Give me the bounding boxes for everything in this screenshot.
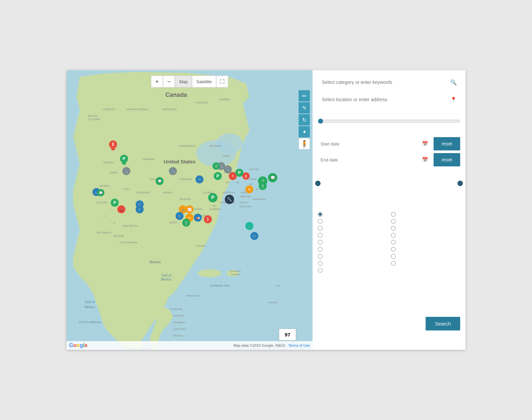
price-max-thumb[interactable] [458,181,463,186]
event-date-title: Event Date [318,129,460,134]
price-min-thumb[interactable] [315,181,321,186]
event-type-seminar[interactable]: Seminar (1) [391,233,460,238]
category-input[interactable] [318,76,460,89]
svg-text:NEW MEXICO: NEW MEXICO [123,225,138,227]
mastercard-checkbox[interactable] [318,307,323,312]
payment-cheque[interactable]: Cheque (84) [318,293,387,298]
layer-tool-button[interactable]: ✦ [299,126,310,137]
event-type-banquet-radio[interactable] [391,226,396,231]
event-type-exhibition-radio[interactable] [318,240,323,245]
search-button[interactable]: Search [426,317,460,330]
payment-interact[interactable]: Interact (2) [391,300,460,305]
svg-text:COLORADO: COLORADO [136,191,150,194]
start-date-reset-button[interactable]: reset [434,137,460,150]
svg-text:UTAH: UTAH [123,188,129,190]
price-range-fill [318,183,460,184]
less-filters-button[interactable]: Less filters ∧ [318,321,345,326]
sidebar: 🔍 📍 Search in radius 0 miles Event Date … [313,70,466,350]
svg-text:Guatemala: Guatemala [170,308,183,311]
event-type-gathering[interactable]: Gathering (0) [318,247,387,252]
payment-mastercard[interactable]: MasterCard (316) [318,307,387,312]
event-type-gathering-radio[interactable] [318,247,323,252]
payment-visa[interactable]: Visa (317) [391,307,460,312]
event-type-party[interactable]: Party (0) [391,261,460,266]
svg-text:IDAHO: IDAHO [110,171,117,174]
event-type-performance-radio[interactable] [391,247,396,252]
edit-tool-button[interactable]: ✎ [299,102,310,113]
event-type-party-radio[interactable] [391,261,396,266]
price-labels: $min $20 $40 $100 $120 $140 $max [318,188,460,192]
map-view-button[interactable]: Map [175,76,192,88]
gift-checkbox[interactable] [318,300,323,305]
category-search-wrapper: 🔍 [318,76,460,89]
svg-text:United States: United States [164,159,196,164]
zoom-out-button[interactable]: − [163,76,175,88]
payment-discover[interactable]: Discover (3) [391,293,460,298]
map-section: Gulf of Mexico Caribbean Sea Dominican R… [66,70,313,350]
event-type-private-radio[interactable] [391,219,396,224]
event-type-show-radio[interactable] [318,261,323,266]
refresh-tool-button[interactable]: ↻ [299,114,310,125]
svg-text:NORTH: NORTH [241,191,249,194]
cash-checkbox[interactable] [391,286,396,291]
svg-text:Philadelphia: Philadelphia [253,198,265,201]
event-type-exhibition[interactable]: Exhibition (0) [318,240,387,245]
radius-section: Search in radius 0 miles [318,110,460,125]
event-type-all[interactable]: All [318,212,387,217]
svg-text:ILLINOIS: ILLINOIS [203,191,212,194]
event-type-sport[interactable]: Sport (0) [318,254,387,259]
fullscreen-button[interactable]: ⛶ [216,76,228,88]
svg-point-2 [216,133,243,153]
event-type-training-radio[interactable] [391,254,396,259]
cheque-checkbox[interactable] [318,293,323,298]
event-type-festival-radio[interactable] [391,240,396,245]
end-date-reset-button[interactable]: reset [434,153,460,166]
svg-text:San Francisco: San Francisco [96,231,111,234]
payment-gift[interactable]: Gift Sertificate (18) [318,300,387,305]
event-type-all-radio[interactable] [318,212,323,217]
map-controls: + − Map Satellite ⛶ [151,76,228,88]
locations-badge: 97 [279,329,296,340]
draw-tool-button[interactable]: ✏ [299,90,310,102]
amex-checkbox[interactable] [318,286,323,291]
svg-text:Canada: Canada [165,92,187,98]
terms-link[interactable]: Terms of Use [288,343,310,347]
event-type-open-air[interactable]: Open air (0) [318,219,387,224]
payment-amex[interactable]: American Express (23) [318,286,387,291]
svg-text:Mexico City: Mexico City [186,294,200,297]
location-input[interactable] [318,93,460,106]
event-type-open-air-radio[interactable] [318,219,323,224]
start-date-input[interactable] [321,141,422,146]
interact-checkbox[interactable] [391,300,396,305]
end-date-input[interactable] [321,157,422,162]
discover-checkbox[interactable] [391,293,396,298]
satellite-view-button[interactable]: Satellite [192,76,216,88]
event-type-conference[interactable]: Conference (0) [318,226,387,231]
payment-title: Methods of Payment [318,277,460,282]
event-type-concert[interactable]: Concert (0) [318,233,387,238]
event-type-banquet[interactable]: Banquet (0) [391,226,460,231]
event-type-sport-radio[interactable] [318,254,323,259]
payment-cash[interactable]: Cash (503) [391,286,460,291]
event-type-theme-party-radio[interactable] [318,268,323,273]
svg-text:NEBRASKA: NEBRASKA [180,178,192,180]
payment-section: Methods of Payment American Express (23)… [318,277,460,312]
event-type-festival[interactable]: Festival (0) [391,240,460,245]
person-tool-button[interactable]: 🧍 [299,138,310,149]
svg-text:Mexico: Mexico [161,278,172,281]
event-type-gymnasium-radio[interactable] [391,212,396,217]
radius-slider[interactable] [318,118,460,124]
event-type-concert-radio[interactable] [318,233,323,238]
event-type-training[interactable]: Training (1) [391,254,460,259]
svg-text:MANITOBA: MANITOBA [163,108,177,111]
svg-text:CAROLINA: CAROLINA [239,205,251,208]
event-type-seminar-radio[interactable] [391,233,396,238]
event-type-conference-radio[interactable] [318,226,323,231]
event-type-gymnasium[interactable]: Gymnasium (1) [391,212,460,217]
event-type-private[interactable]: Private (0) [391,219,460,224]
zoom-in-button[interactable]: + [151,76,163,88]
event-type-theme-party[interactable]: Theme Party (0) [318,268,387,273]
visa-checkbox[interactable] [391,307,396,312]
event-type-show[interactable]: Show (0) [318,261,387,266]
event-type-performance[interactable]: Performance (1) [391,247,460,252]
